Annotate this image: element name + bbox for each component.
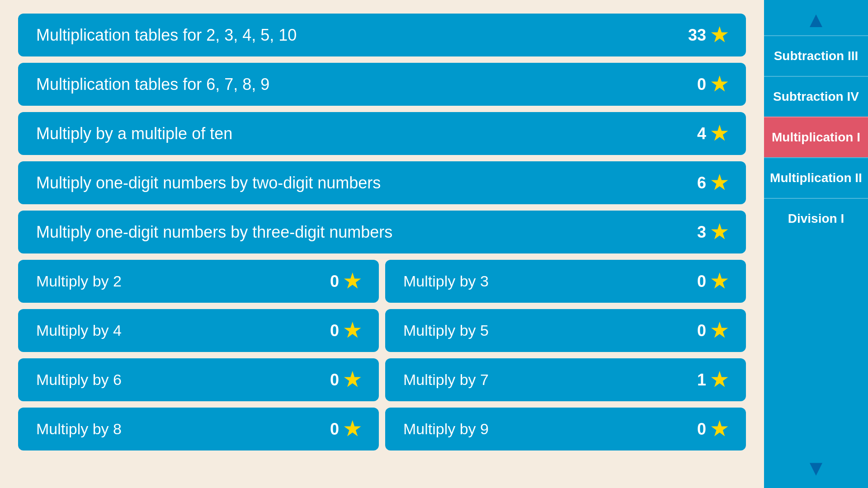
- main-content: Multiplication tables for 2, 3, 4, 5, 10…: [0, 0, 764, 488]
- score-number-mult-by-3: 0: [697, 272, 706, 291]
- sidebar-item-multiplication-i[interactable]: Multiplication I: [764, 117, 868, 157]
- lesson-btn-mult-one-three-digit[interactable]: Multiply one-digit numbers by three-digi…: [18, 211, 746, 253]
- lesson-score-mult-by-5: 0★: [697, 321, 728, 340]
- lesson-label-mult-one-two-digit: Multiply one-digit numbers by two-digit …: [36, 174, 381, 192]
- star-icon-mult-one-two-digit: ★: [711, 174, 728, 192]
- lesson-btn-mult-by-4[interactable]: Multiply by 40★: [18, 309, 379, 352]
- lesson-label-mult-by-4: Multiply by 4: [36, 322, 122, 339]
- star-icon-mult-by-4: ★: [344, 321, 361, 340]
- lesson-btn-mult-multiple-ten[interactable]: Multiply by a multiple of ten4★: [18, 112, 746, 155]
- star-icon-mult-by-3: ★: [711, 272, 728, 291]
- lesson-btn-mult-by-3[interactable]: Multiply by 30★: [385, 260, 746, 303]
- lesson-label-mult-by-7: Multiply by 7: [403, 371, 489, 389]
- lesson-label-mult-by-2: Multiply by 2: [36, 272, 122, 290]
- lesson-score-mult-by-9: 0★: [697, 420, 728, 439]
- score-number-mult-by-6: 0: [330, 371, 339, 389]
- sidebar-down-arrow[interactable]: ▼: [801, 453, 831, 483]
- score-number-mult-by-4: 0: [330, 321, 339, 340]
- lesson-score-mult-by-4: 0★: [330, 321, 361, 340]
- lesson-label-mult-multiple-ten: Multiply by a multiple of ten: [36, 124, 232, 143]
- score-number-mult-by-2: 0: [330, 272, 339, 291]
- lesson-label-mult-by-6: Multiply by 6: [36, 371, 122, 389]
- score-number-mult-by-5: 0: [697, 321, 706, 340]
- star-icon-mult-one-three-digit: ★: [711, 223, 728, 242]
- lesson-label-mult-by-9: Multiply by 9: [403, 420, 489, 438]
- split-row-3: Multiply by 80★Multiply by 90★: [18, 408, 746, 450]
- lesson-label-mult-by-5: Multiply by 5: [403, 322, 489, 339]
- star-icon-mult-by-2: ★: [344, 272, 361, 291]
- star-icon-mult-by-8: ★: [344, 420, 361, 439]
- lesson-btn-mult-by-2[interactable]: Multiply by 20★: [18, 260, 379, 303]
- lesson-btn-mult-one-two-digit[interactable]: Multiply one-digit numbers by two-digit …: [18, 161, 746, 204]
- lesson-score-mult-by-8: 0★: [330, 420, 361, 439]
- full-buttons-container: Multiplication tables for 2, 3, 4, 5, 10…: [18, 14, 746, 253]
- lesson-label-mult-tables-6-9: Multiplication tables for 6, 7, 8, 9: [36, 75, 269, 94]
- star-icon-mult-multiple-ten: ★: [711, 124, 728, 143]
- lesson-score-mult-by-2: 0★: [330, 272, 361, 291]
- lesson-btn-mult-by-9[interactable]: Multiply by 90★: [385, 408, 746, 450]
- star-icon-mult-by-6: ★: [344, 371, 361, 389]
- lesson-score-mult-tables-2-10: 33★: [688, 26, 728, 45]
- sidebar-item-subtraction-iii[interactable]: Subtraction III: [764, 35, 868, 76]
- score-number-mult-by-7: 1: [697, 371, 706, 389]
- sidebar-item-subtraction-iv[interactable]: Subtraction IV: [764, 76, 868, 117]
- score-number-mult-by-9: 0: [697, 420, 706, 439]
- star-icon-mult-by-9: ★: [711, 420, 728, 439]
- split-row-0: Multiply by 20★Multiply by 30★: [18, 260, 746, 303]
- star-icon-mult-by-7: ★: [711, 371, 728, 389]
- split-row-1: Multiply by 40★Multiply by 50★: [18, 309, 746, 352]
- lesson-btn-mult-tables-2-10[interactable]: Multiplication tables for 2, 3, 4, 5, 10…: [18, 14, 746, 56]
- score-number-mult-tables-2-10: 33: [688, 26, 706, 45]
- sidebar-items-container: Subtraction IIISubtraction IVMultiplicat…: [764, 35, 868, 453]
- score-number-mult-multiple-ten: 4: [697, 124, 706, 143]
- lesson-btn-mult-by-5[interactable]: Multiply by 50★: [385, 309, 746, 352]
- lesson-score-mult-multiple-ten: 4★: [697, 124, 728, 143]
- lesson-score-mult-tables-6-9: 0★: [697, 75, 728, 94]
- lesson-score-mult-one-two-digit: 6★: [697, 174, 728, 192]
- star-icon-mult-tables-6-9: ★: [711, 75, 728, 94]
- score-number-mult-one-three-digit: 3: [697, 223, 706, 242]
- lesson-label-mult-by-3: Multiply by 3: [403, 272, 489, 290]
- sidebar: ▲ Subtraction IIISubtraction IVMultiplic…: [764, 0, 868, 488]
- lesson-btn-mult-by-8[interactable]: Multiply by 80★: [18, 408, 379, 450]
- lesson-label-mult-one-three-digit: Multiply one-digit numbers by three-digi…: [36, 223, 392, 242]
- score-number-mult-tables-6-9: 0: [697, 75, 706, 94]
- lesson-score-mult-one-three-digit: 3★: [697, 223, 728, 242]
- split-buttons-container: Multiply by 20★Multiply by 30★Multiply b…: [18, 260, 746, 450]
- sidebar-item-division-i[interactable]: Division I: [764, 198, 868, 239]
- lesson-score-mult-by-6: 0★: [330, 371, 361, 389]
- star-icon-mult-by-5: ★: [711, 321, 728, 340]
- lesson-label-mult-tables-2-10: Multiplication tables for 2, 3, 4, 5, 10: [36, 26, 297, 45]
- lesson-btn-mult-by-7[interactable]: Multiply by 71★: [385, 358, 746, 401]
- lesson-score-mult-by-3: 0★: [697, 272, 728, 291]
- score-number-mult-by-8: 0: [330, 420, 339, 439]
- score-number-mult-one-two-digit: 6: [697, 174, 706, 192]
- split-row-2: Multiply by 60★Multiply by 71★: [18, 358, 746, 401]
- sidebar-item-multiplication-ii[interactable]: Multiplication II: [764, 157, 868, 198]
- lesson-label-mult-by-8: Multiply by 8: [36, 420, 122, 438]
- lesson-btn-mult-by-6[interactable]: Multiply by 60★: [18, 358, 379, 401]
- lesson-score-mult-by-7: 1★: [697, 371, 728, 389]
- lesson-btn-mult-tables-6-9[interactable]: Multiplication tables for 6, 7, 8, 90★: [18, 63, 746, 106]
- sidebar-up-arrow[interactable]: ▲: [801, 5, 831, 35]
- star-icon-mult-tables-2-10: ★: [711, 26, 728, 45]
